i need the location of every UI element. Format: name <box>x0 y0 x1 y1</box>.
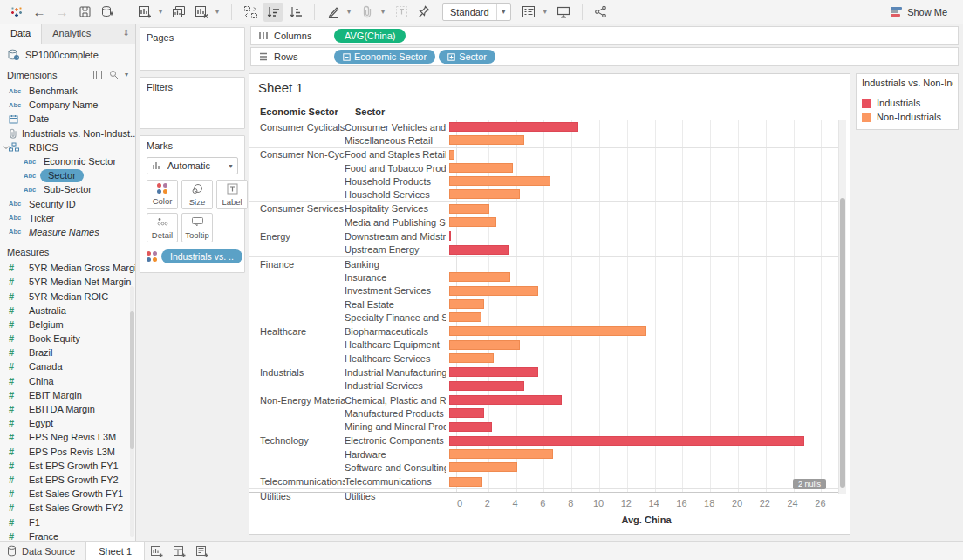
sector-label[interactable]: Food and Tobacco Product.. <box>345 163 446 174</box>
measure-field[interactable]: #France <box>0 529 135 541</box>
economic-sector-label[interactable]: Technology <box>249 435 345 446</box>
dimension-field[interactable]: Industrials vs. Non-Indust... <box>0 126 135 140</box>
paperclip-icon[interactable] <box>358 3 377 22</box>
dimension-field[interactable]: Date <box>0 112 135 126</box>
bar-mark[interactable] <box>449 449 553 459</box>
dimension-field[interactable]: AbcSub-Sector <box>0 182 135 196</box>
bar-mark[interactable] <box>449 381 524 391</box>
sector-label[interactable]: Downstream and Midstre.. <box>345 231 446 242</box>
sort-ascending-icon[interactable] <box>263 3 283 22</box>
bar-mark[interactable] <box>449 122 578 132</box>
bar-mark[interactable] <box>449 395 562 405</box>
dimension-field[interactable]: AbcCompany Name <box>0 98 135 112</box>
size-button[interactable]: Size <box>181 180 213 209</box>
bar-mark[interactable] <box>449 462 517 472</box>
sector-label[interactable]: Electronic Components an.. <box>345 435 446 446</box>
sector-label[interactable]: Miscellaneous Retail <box>345 135 446 146</box>
measure-field[interactable]: #5YR Median Net Margin <box>0 275 135 289</box>
sidebar-tabs-menu-icon[interactable]: ⇕ <box>118 24 135 44</box>
plus-expander-icon[interactable] <box>447 53 455 61</box>
sector-label[interactable]: Food and Staples Retail <box>345 149 446 160</box>
sector-label[interactable]: Consumer Vehicles and Pa.. <box>345 122 446 133</box>
bar-mark[interactable] <box>449 436 804 446</box>
bar-mark[interactable] <box>449 299 484 309</box>
save-icon[interactable] <box>75 3 94 22</box>
bar-mark[interactable] <box>449 135 524 145</box>
show-me-button[interactable]: Show Me <box>882 3 956 22</box>
new-dashboard-tab-icon[interactable] <box>167 542 190 560</box>
sheet-tab[interactable]: Sheet 1 <box>85 542 145 560</box>
redo-icon[interactable]: → <box>52 3 72 22</box>
bar-mark[interactable] <box>449 204 489 214</box>
measure-field[interactable]: #F1 <box>0 515 135 529</box>
show-mark-labels-icon[interactable] <box>520 3 539 22</box>
dimension-field[interactable]: AbcSecurity ID <box>0 197 135 211</box>
sector-label[interactable]: Household Products <box>345 176 446 187</box>
add-data-source-icon[interactable] <box>98 3 117 22</box>
measure-field[interactable]: #Australia <box>0 304 135 318</box>
bar-mark[interactable] <box>449 408 484 418</box>
bar-mark[interactable] <box>449 217 496 227</box>
bar-mark[interactable] <box>449 340 520 350</box>
pin-icon[interactable] <box>414 3 434 22</box>
bar-mark[interactable] <box>449 272 510 282</box>
sector-label[interactable]: Hardware <box>345 449 446 460</box>
bar-mark[interactable] <box>449 422 492 432</box>
tab-analytics[interactable]: Analytics <box>42 24 101 44</box>
measure-field[interactable]: #EBITDA Margin <box>0 402 135 416</box>
measure-field[interactable]: #Est Sales Growth FY1 <box>0 487 135 501</box>
bar-mark[interactable] <box>449 189 520 199</box>
column-header-sector[interactable]: Sector <box>355 106 385 117</box>
filters-card[interactable]: Filters <box>140 77 245 129</box>
bar-mark[interactable] <box>449 150 454 160</box>
bar-mark[interactable] <box>449 353 494 363</box>
presentation-mode-icon[interactable] <box>554 3 573 22</box>
bar-mark[interactable] <box>449 312 482 322</box>
color-legend-card[interactable]: Industrials vs. Non-Indu... IndustrialsN… <box>856 73 959 130</box>
dimension-field[interactable]: AbcMeasure Names <box>0 225 135 239</box>
bar-mark[interactable] <box>449 245 509 255</box>
legend-item[interactable]: Industrials <box>862 96 953 110</box>
sector-label[interactable]: Mining and Mineral Produ.. <box>345 421 446 432</box>
measure-field[interactable]: #Belgium <box>0 318 135 331</box>
view-as-icon[interactable] <box>92 70 103 79</box>
bar-mark[interactable] <box>449 367 538 377</box>
measure-field[interactable]: #EPS Pos Revis L3M <box>0 445 135 459</box>
swap-rows-columns-icon[interactable] <box>241 3 260 22</box>
bar-mark[interactable] <box>449 326 646 336</box>
sector-label[interactable]: Investment Services <box>345 285 446 296</box>
legend-item[interactable]: Non-Industrials <box>862 110 953 124</box>
dimensions-menu-caret-icon[interactable]: ▾ <box>125 71 128 79</box>
measure-field[interactable]: #Est EPS Growth FY1 <box>0 459 135 473</box>
measure-field[interactable]: #China <box>0 374 135 388</box>
color-button[interactable]: Color <box>147 180 178 209</box>
undo-icon[interactable]: ← <box>30 3 49 22</box>
sector-label[interactable]: Telecommunications <box>345 476 446 487</box>
measure-field[interactable]: #EBIT Margin <box>0 388 135 402</box>
sector-label[interactable]: Software and Consulting <box>345 462 446 473</box>
dimension-field[interactable]: AbcBenchmark <box>0 84 135 98</box>
new-worksheet-caret-icon[interactable]: ▾ <box>159 8 166 16</box>
measure-field[interactable]: #Egypt <box>0 416 135 430</box>
fit-selector-caret-icon[interactable]: ▾ <box>496 4 510 20</box>
measure-field[interactable]: #Est Sales Growth FY2 <box>0 501 135 515</box>
measure-field[interactable]: #Book Equity <box>0 331 135 345</box>
measure-field[interactable]: #5YR Median Gross Margin <box>0 261 135 275</box>
measure-field[interactable]: #EPS Neg Revis L3M <box>0 430 135 444</box>
measure-field[interactable]: #5YR Median ROIC <box>0 289 135 303</box>
bar-mark[interactable] <box>449 286 538 296</box>
chart-scrollbar-thumb[interactable] <box>840 198 845 488</box>
chart-scrollbar[interactable] <box>838 120 846 494</box>
show-mark-labels-caret-icon[interactable]: ▾ <box>543 8 550 16</box>
fit-selector[interactable]: Standard ▾ <box>442 3 511 21</box>
rows-pill[interactable]: Sector <box>439 50 495 64</box>
sort-descending-icon[interactable] <box>286 3 305 22</box>
sector-label[interactable]: Biopharmaceuticals <box>345 326 446 337</box>
dimension-field[interactable]: AbcEconomic Sector <box>0 154 135 168</box>
sector-label[interactable]: Specialty Finance and Ser.. <box>345 312 446 323</box>
text-label-icon[interactable] <box>392 3 411 22</box>
new-worksheet-icon[interactable] <box>135 3 154 22</box>
find-field-icon[interactable] <box>109 70 119 79</box>
measure-field[interactable]: #Canada <box>0 359 135 373</box>
share-icon[interactable] <box>591 3 611 22</box>
